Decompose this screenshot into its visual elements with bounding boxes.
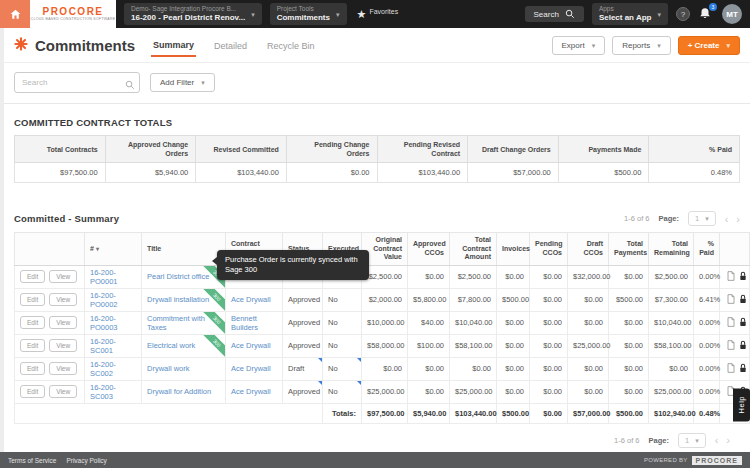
row-icons-cell (720, 334, 750, 357)
amount-cell: $0.00 (649, 357, 694, 380)
project-tools-dropdown[interactable]: Project Tools Commitments ▾ (270, 3, 347, 25)
next-page-button[interactable]: › (736, 214, 740, 224)
search-input[interactable] (14, 72, 140, 93)
summary-column-header: Total Contract Amount (450, 233, 497, 266)
user-avatar[interactable]: MT (722, 4, 742, 24)
procore-logo[interactable]: PROCORE CLOUD BASED CONSTRUCTION SOFTWAR… (30, 0, 116, 28)
procore-logo-tagline: CLOUD BASED CONSTRUCTION SOFTWARE (31, 17, 116, 22)
filter-row: Add Filter ▾ (0, 63, 750, 104)
ribbon-label: 300 (203, 289, 225, 311)
totals-section-heading: COMMITTED CONTRACT TOTALS (14, 117, 740, 128)
commitment-title-link[interactable]: Pearl District office300 (142, 265, 226, 288)
summary-column-header (15, 233, 85, 266)
terms-of-service-link[interactable]: Terms of Service (8, 457, 56, 464)
page-select[interactable]: 1 ▾ (688, 211, 716, 226)
amount-cell: $25,000.00 (649, 380, 694, 403)
commitment-title-link[interactable]: Drywall installation300 (142, 288, 226, 311)
commitment-number-link[interactable]: 16-200-PO0002 (85, 288, 142, 311)
amount-cell: $0.00 (568, 311, 609, 334)
executed-cell: No (323, 380, 362, 403)
view-button[interactable]: View (49, 316, 77, 329)
amount-cell: $25,000.00 (450, 380, 497, 403)
edit-button[interactable]: Edit (20, 293, 45, 306)
status-cell: Approved (283, 288, 323, 311)
amount-cell: $2,500.00 (450, 265, 497, 288)
view-button[interactable]: View (49, 362, 77, 375)
notifications-button[interactable]: 3 (698, 6, 714, 22)
global-search-button[interactable]: Search (525, 6, 584, 22)
amount-cell: $7,800.00 (450, 288, 497, 311)
reports-label: Reports (622, 41, 650, 50)
amount-cell: $2,500.00 (649, 265, 694, 288)
commitment-title-link[interactable]: Drywall for Addition (142, 380, 226, 403)
prev-page-button[interactable]: ‹ (725, 214, 729, 224)
view-button[interactable]: View (49, 293, 77, 306)
pagination-range: 1-6 of 6 (614, 436, 639, 445)
create-button[interactable]: + Create ▾ (678, 36, 740, 55)
totals-amount-cell: $97,500.00 (362, 403, 408, 423)
totals-amount-cell: $500.00 (609, 403, 649, 423)
document-icon[interactable] (727, 363, 735, 375)
commitment-number-link[interactable]: 16-200-SC002 (85, 357, 142, 380)
commitment-number-link[interactable]: 16-200-SC003 (85, 380, 142, 403)
amount-cell: $0.00 (568, 380, 609, 403)
tab-detailed[interactable]: Detailed (212, 35, 249, 56)
amount-cell: $0.00 (497, 357, 530, 380)
contract-company-link[interactable]: Ace Drywall (226, 288, 283, 311)
home-button[interactable] (0, 0, 30, 28)
view-button[interactable]: View (49, 385, 77, 398)
footer-bar: Terms of Service Privacy Policy POWERED … (0, 452, 750, 468)
amount-cell: $0.00 (408, 265, 450, 288)
document-icon[interactable] (727, 271, 735, 283)
amount-cell: $0.00 (362, 357, 408, 380)
help-tab[interactable]: Help (733, 388, 750, 421)
contract-company-link[interactable]: Bennett Builders (226, 311, 283, 334)
view-button[interactable]: View (49, 270, 77, 283)
amount-cell: $0.00 (609, 380, 649, 403)
edit-button[interactable]: Edit (20, 385, 45, 398)
edit-button[interactable]: Edit (20, 270, 45, 283)
star-icon[interactable]: ★ (357, 7, 367, 21)
document-icon[interactable] (727, 317, 735, 329)
amount-cell: $58,100.00 (450, 334, 497, 357)
commitments-table: #▾TitleContract CompanyStatusExecutedOri… (14, 232, 750, 424)
commitment-number-link[interactable]: 16-200-PO0003 (85, 311, 142, 334)
next-page-button[interactable]: › (726, 435, 730, 445)
help-question-button[interactable]: ? (676, 7, 690, 21)
tab-summary[interactable]: Summary (151, 34, 196, 57)
table-row: EditView16-200-PO0003Commitment with Tax… (15, 311, 750, 334)
tab-recycle-bin[interactable]: Recycle Bin (265, 35, 317, 56)
chevron-down-icon: ▾ (251, 11, 255, 18)
contract-company-link[interactable]: Ace Drywall (226, 380, 283, 403)
document-icon[interactable] (727, 340, 735, 352)
reports-button[interactable]: Reports ▾ (612, 36, 671, 55)
privacy-policy-link[interactable]: Privacy Policy (66, 457, 106, 464)
prev-page-button[interactable]: ‹ (715, 435, 719, 445)
commitment-number-link[interactable]: 16-200-SC001 (85, 334, 142, 357)
view-button[interactable]: View (49, 339, 77, 352)
ribbon-label: 300 (203, 335, 225, 357)
contract-company-link[interactable]: Ace Drywall (226, 357, 283, 380)
edit-button[interactable]: Edit (20, 362, 45, 375)
commitment-number-link[interactable]: 16-200-PO0001 (85, 265, 142, 288)
edit-button[interactable]: Edit (20, 316, 45, 329)
commitment-title-link[interactable]: Commitment with Taxes300 (142, 311, 226, 334)
project-selector-dropdown[interactable]: Demo- Sage Integration Procore B... 16-2… (124, 3, 262, 25)
page-select[interactable]: 1 ▾ (678, 433, 706, 448)
apps-dropdown[interactable]: Apps Select an App ▾ (592, 3, 668, 25)
totals-value: $103,440.00 (196, 163, 287, 183)
document-icon[interactable] (727, 294, 735, 306)
totals-value: $500.00 (558, 163, 649, 183)
commitment-title-link[interactable]: Electrical work300 (142, 334, 226, 357)
amount-cell: $500.00 (609, 288, 649, 311)
favorites-control[interactable]: ★ Favorites (357, 7, 399, 21)
row-icons-cell (720, 265, 750, 288)
edit-button[interactable]: Edit (20, 339, 45, 352)
commitment-title-link[interactable]: Drywall work (142, 357, 226, 380)
contract-company-link[interactable]: Ace Drywall (226, 334, 283, 357)
amount-cell: 0.00% (694, 334, 720, 357)
chevron-down-icon: ▾ (657, 42, 661, 49)
left-edge-strip (0, 28, 4, 452)
export-button[interactable]: Export ▾ (552, 36, 606, 55)
add-filter-button[interactable]: Add Filter ▾ (150, 73, 215, 92)
